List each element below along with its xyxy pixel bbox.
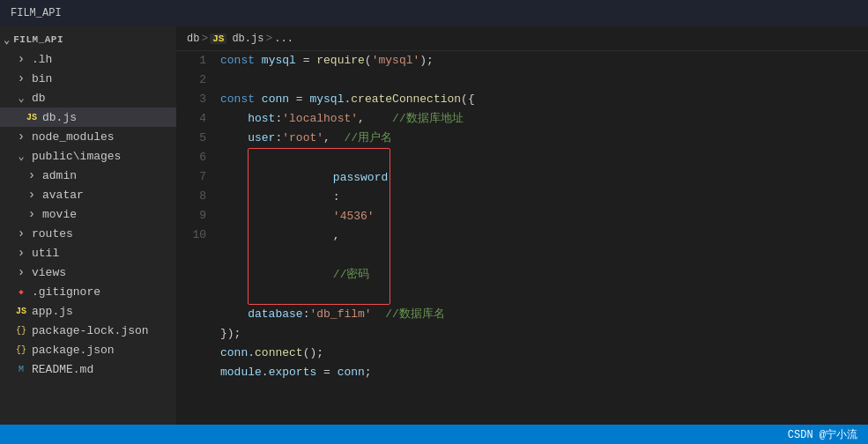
line-num-3: 3 xyxy=(176,90,206,109)
chevron-right-icon xyxy=(14,246,28,260)
sidebar-item-dbjs[interactable]: JS db.js xyxy=(0,107,176,127)
breadcrumb: db > JS db.js > ... xyxy=(176,26,868,51)
line-num-2: 2 xyxy=(176,70,206,90)
chevron-right-icon xyxy=(25,168,39,182)
sidebar-item-node-modules[interactable]: node_modules xyxy=(0,127,176,146)
breadcrumb-sep2: > xyxy=(265,32,272,45)
line-num-7: 7 xyxy=(176,167,206,187)
breadcrumb-file: JS db.js xyxy=(210,33,263,45)
line-num-6: 6 xyxy=(176,148,206,167)
sidebar-label-package-lock: package-lock.json xyxy=(32,324,149,337)
sidebar-label-node-modules: node_modules xyxy=(32,130,115,144)
chevron-right-icon xyxy=(25,188,39,202)
chevron-right-icon xyxy=(14,265,28,279)
code-content[interactable]: const mysql = require ( 'mysql' ); const… xyxy=(213,51,868,425)
sidebar-label-movie: movie xyxy=(42,208,77,221)
sidebar: FILM_API .lh bin db JS db.js node_module… xyxy=(0,26,176,425)
editor: db > JS db.js > ... 1 2 3 4 5 6 7 8 9 xyxy=(176,26,868,425)
sidebar-item-db[interactable]: db xyxy=(0,88,176,107)
sidebar-item-lh[interactable]: .lh xyxy=(0,49,176,69)
status-bar: CSDN @宁小流 xyxy=(0,425,868,444)
code-line-4: host : 'localhost' , //数据库地址 xyxy=(220,109,868,129)
js-file-icon: JS xyxy=(25,110,39,124)
sidebar-label-db: db xyxy=(32,92,46,105)
sidebar-label-public-images: public\images xyxy=(32,150,121,163)
chevron-down-icon xyxy=(14,149,28,163)
sidebar-item-readme[interactable]: M README.md xyxy=(0,359,176,379)
breadcrumb-dots: ... xyxy=(274,33,293,45)
sidebar-label-views: views xyxy=(32,266,66,279)
json-file-icon: {} xyxy=(14,323,28,337)
root-label: FILM_API xyxy=(13,34,63,45)
chevron-right-icon xyxy=(14,130,28,144)
sidebar-item-routes[interactable]: routes xyxy=(0,224,176,243)
code-line-8: }); xyxy=(220,324,868,344)
sidebar-label-avatar: avatar xyxy=(42,189,84,202)
line-num-5: 5 xyxy=(176,129,206,148)
sidebar-item-bin[interactable]: bin xyxy=(0,69,176,88)
sidebar-item-movie[interactable]: movie xyxy=(0,204,176,224)
code-line-3: const conn = mysql . createConnection ({ xyxy=(220,90,868,109)
title-bar-text: FILM_API xyxy=(11,7,62,19)
code-line-5: user : 'root' , //用户名 xyxy=(220,129,868,148)
chevron-right-icon xyxy=(14,226,28,240)
line-numbers: 1 2 3 4 5 6 7 8 9 10 xyxy=(176,51,213,425)
sidebar-label-admin: admin xyxy=(42,169,77,182)
sidebar-item-appjs[interactable]: JS app.js xyxy=(0,301,176,321)
line-num-1: 1 xyxy=(176,51,206,70)
status-text: CSDN @宁小流 xyxy=(788,427,857,442)
code-line-1: const mysql = require ( 'mysql' ); xyxy=(220,51,868,70)
sidebar-item-package[interactable]: {} package.json xyxy=(0,340,176,359)
sidebar-label-lh: .lh xyxy=(32,53,52,66)
sidebar-item-avatar[interactable]: avatar xyxy=(0,185,176,204)
sidebar-label-bin: bin xyxy=(32,72,52,85)
main-layout: FILM_API .lh bin db JS db.js node_module… xyxy=(0,26,868,425)
code-area[interactable]: 1 2 3 4 5 6 7 8 9 10 const mysql = xyxy=(176,51,868,425)
kw-const: const xyxy=(220,51,255,70)
code-line-2 xyxy=(220,70,868,90)
sidebar-item-public-images[interactable]: public\images xyxy=(0,146,176,166)
breadcrumb-db: db xyxy=(187,33,199,45)
chevron-right-icon xyxy=(25,207,39,221)
sidebar-item-package-lock[interactable]: {} package-lock.json xyxy=(0,321,176,340)
sidebar-label-routes: routes xyxy=(32,227,73,240)
highlight-box: password : '4536' , //密码 xyxy=(248,148,390,305)
sidebar-label-util: util xyxy=(32,247,59,260)
code-line-9: conn . connect (); xyxy=(220,344,868,363)
breadcrumb-sep1: > xyxy=(201,32,208,45)
breadcrumb-js-badge: JS xyxy=(210,33,226,44)
sidebar-item-views[interactable]: views xyxy=(0,263,176,282)
js-file-icon: JS xyxy=(14,304,28,318)
gitignore-icon: ◆ xyxy=(14,285,28,299)
code-line-6: password : '4536' , //密码 xyxy=(220,148,868,305)
sidebar-label-readme: README.md xyxy=(32,363,93,376)
sidebar-item-admin[interactable]: admin xyxy=(0,166,176,185)
code-line-10: module . exports = conn ; xyxy=(220,363,868,382)
line-num-4: 4 xyxy=(176,109,206,129)
sidebar-label-dbjs: db.js xyxy=(42,111,77,124)
breadcrumb-filename: db.js xyxy=(232,33,263,45)
chevron-right-icon xyxy=(14,52,28,66)
sidebar-root[interactable]: FILM_API xyxy=(0,30,176,49)
chevron-right-icon xyxy=(14,71,28,85)
line-num-10: 10 xyxy=(176,226,206,245)
line-num-8: 8 xyxy=(176,187,206,206)
sidebar-label-gitignore: .gitignore xyxy=(32,285,100,299)
md-file-icon: M xyxy=(14,362,28,376)
sidebar-item-gitignore[interactable]: ◆ .gitignore xyxy=(0,282,176,301)
sidebar-item-util[interactable]: util xyxy=(0,243,176,263)
sidebar-label-package: package.json xyxy=(32,344,115,357)
sidebar-label-appjs: app.js xyxy=(32,305,73,318)
chevron-down-icon xyxy=(4,33,10,47)
json-file-icon: {} xyxy=(14,343,28,357)
code-line-7: database : 'db_film' //数据库名 xyxy=(220,305,868,324)
title-bar: FILM_API xyxy=(0,0,868,26)
breadcrumb-db-label: db xyxy=(187,33,199,45)
line-num-9: 9 xyxy=(176,206,206,226)
chevron-down-icon xyxy=(14,91,28,105)
